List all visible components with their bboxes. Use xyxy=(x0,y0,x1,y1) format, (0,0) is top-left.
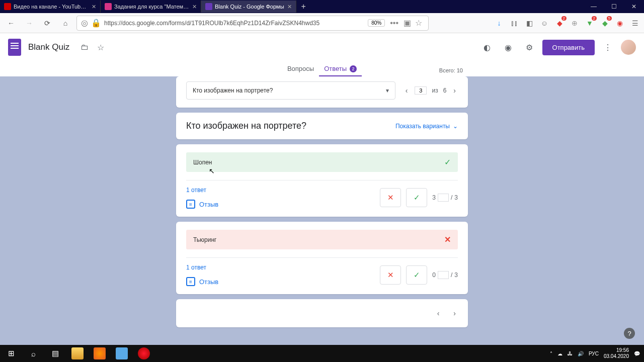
opera-app[interactable] xyxy=(133,345,155,362)
mark-wrong-button[interactable]: ✕ xyxy=(380,265,401,285)
browser-tab[interactable]: Задания для курса "Математи ✕ xyxy=(101,1,201,13)
close-icon[interactable]: ✕ xyxy=(192,4,197,10)
close-window-button[interactable]: ✕ xyxy=(624,0,644,13)
show-options-link[interactable]: Показать варианты ⌄ xyxy=(395,123,458,130)
forms-icon xyxy=(205,3,212,10)
more-menu-icon[interactable]: ⋮ xyxy=(600,39,616,55)
extension-icon[interactable]: ◆5 xyxy=(600,18,610,28)
extension-icon[interactable]: ⊕ xyxy=(570,18,580,28)
score-stepper[interactable] xyxy=(438,194,449,202)
forms-header: Blank Quiz 🗀 ☆ ◐ ◉ ⚙ Отправить ⋮ xyxy=(0,33,644,61)
reload-button[interactable]: ⟳ xyxy=(40,16,54,30)
url-bar[interactable]: ◎ 🔒 https://docs.google.com/forms/d/1T91… xyxy=(76,16,429,31)
home-button[interactable]: ⌂ xyxy=(58,16,72,30)
extension-icon[interactable]: ◆2 xyxy=(554,18,565,28)
tray-chevron-icon[interactable]: ˄ xyxy=(550,351,552,356)
help-button[interactable]: ? xyxy=(624,328,635,339)
network-icon[interactable]: 🖧 xyxy=(568,351,573,356)
tab-title: Задания для курса "Математи xyxy=(114,4,189,10)
browser-tab[interactable]: Blank Quiz - Google Формы ✕ xyxy=(201,1,296,13)
feedback-link[interactable]: ≡ Отзыв xyxy=(186,277,218,286)
avatar[interactable] xyxy=(621,40,636,55)
score-max: 3 xyxy=(454,272,458,279)
pager-card: ‹ › xyxy=(176,299,468,327)
extension-icon[interactable]: ◉ xyxy=(615,18,625,28)
maximize-button[interactable]: ☐ xyxy=(604,0,624,13)
total-score: Всего: 10 xyxy=(439,67,463,73)
chevron-down-icon: ⌄ xyxy=(453,123,458,130)
question-dropdown[interactable]: Кто изображен на портрете? ▾ xyxy=(186,81,395,100)
reader-icon[interactable]: ▣ xyxy=(404,18,411,28)
mark-correct-button[interactable]: ✓ xyxy=(406,265,427,285)
new-tab-button[interactable]: + xyxy=(296,2,311,11)
menu-icon[interactable]: ☰ xyxy=(630,18,640,28)
site-icon xyxy=(105,3,112,10)
forms-tabs: Вопросы Ответы 2 Всего: 10 xyxy=(0,61,644,76)
answer-text: Шопен xyxy=(193,159,212,166)
prev-icon[interactable]: ‹ xyxy=(404,84,410,97)
back-button[interactable]: ← xyxy=(4,16,18,30)
firefox-app[interactable] xyxy=(89,345,111,362)
bookmark-star-icon[interactable]: ☆ xyxy=(415,18,422,28)
windows-taskbar: ⊞ ⌕ ▤ ˄ ☁ 🖧 🔊 РУС 19:56 03.04.2020 💬 xyxy=(0,345,644,362)
account-icon[interactable]: ☺ xyxy=(539,18,549,28)
start-button[interactable]: ⊞ xyxy=(0,345,22,362)
language-indicator[interactable]: РУС xyxy=(589,351,599,356)
x-icon: ✕ xyxy=(444,235,451,244)
feedback-icon: ≡ xyxy=(186,200,195,209)
prev-icon[interactable]: ‹ xyxy=(435,307,442,319)
feedback-link[interactable]: ≡ Отзыв xyxy=(186,200,218,209)
extension-icon[interactable]: ▼2 xyxy=(585,18,595,28)
onedrive-icon[interactable]: ☁ xyxy=(557,351,562,356)
page-sep: из xyxy=(432,87,438,94)
score-sep: / xyxy=(451,194,452,201)
tab-questions[interactable]: Вопросы xyxy=(282,62,319,76)
url-text: https://docs.google.com/forms/d/1T91ROUl… xyxy=(101,20,366,27)
question-title: Кто изображен на портрете? xyxy=(186,121,306,131)
settings-icon[interactable]: ⚙ xyxy=(521,39,537,55)
downloads-icon[interactable]: ↓ xyxy=(494,18,504,28)
document-title[interactable]: Blank Quiz xyxy=(28,42,69,52)
tab-title: Blank Quiz - Google Формы xyxy=(215,4,284,10)
tab-label: Ответы xyxy=(324,65,347,72)
folder-icon[interactable]: 🗀 xyxy=(76,39,93,55)
send-button[interactable]: Отправить xyxy=(542,40,595,55)
chevron-down-icon: ▾ xyxy=(386,87,389,94)
close-icon[interactable]: ✕ xyxy=(287,4,292,10)
score-max: 3 xyxy=(454,194,458,201)
response-count: 1 ответ xyxy=(186,187,218,194)
browser-tab[interactable]: Видео на канале - YouTube St ✕ xyxy=(0,1,101,13)
app-button[interactable] xyxy=(111,345,133,362)
search-button[interactable]: ⌕ xyxy=(22,345,44,362)
library-icon[interactable]: ⫿⫿ xyxy=(509,18,519,28)
shield-icon[interactable]: ◎ xyxy=(81,18,88,28)
theme-icon[interactable]: ◐ xyxy=(479,39,495,55)
volume-icon[interactable]: 🔊 xyxy=(578,351,584,356)
answer-text: Тьюринг xyxy=(193,236,216,243)
page-input[interactable] xyxy=(415,86,427,95)
notifications-icon[interactable]: 💬 xyxy=(634,351,640,356)
score-stepper[interactable] xyxy=(438,271,449,279)
task-view-button[interactable]: ▤ xyxy=(44,345,66,362)
clock[interactable]: 19:56 03.04.2020 xyxy=(604,347,629,359)
star-icon[interactable]: ☆ xyxy=(93,39,109,55)
mark-correct-button[interactable]: ✓ xyxy=(406,188,427,207)
file-explorer[interactable] xyxy=(66,345,89,362)
divider xyxy=(186,180,458,180)
mark-wrong-button[interactable]: ✕ xyxy=(380,188,401,207)
minimize-button[interactable]: — xyxy=(584,0,604,13)
forward-button[interactable]: → xyxy=(22,16,36,30)
tab-responses[interactable]: Ответы 2 xyxy=(319,62,362,76)
response-count: 1 ответ xyxy=(186,264,218,271)
next-icon[interactable]: › xyxy=(451,307,458,319)
zoom-level[interactable]: 80% xyxy=(368,19,385,27)
browser-nav-bar: ← → ⟳ ⌂ ◎ 🔒 https://docs.google.com/form… xyxy=(0,13,644,33)
close-icon[interactable]: ✕ xyxy=(92,4,96,10)
forms-logo-icon[interactable] xyxy=(8,39,21,56)
lock-icon[interactable]: 🔒 xyxy=(91,18,101,28)
more-icon[interactable]: ••• xyxy=(390,19,398,28)
sidebar-icon[interactable]: ◧ xyxy=(524,18,534,28)
preview-icon[interactable]: ◉ xyxy=(500,39,516,55)
next-icon[interactable]: › xyxy=(451,84,458,97)
score-sep: / xyxy=(451,272,452,279)
